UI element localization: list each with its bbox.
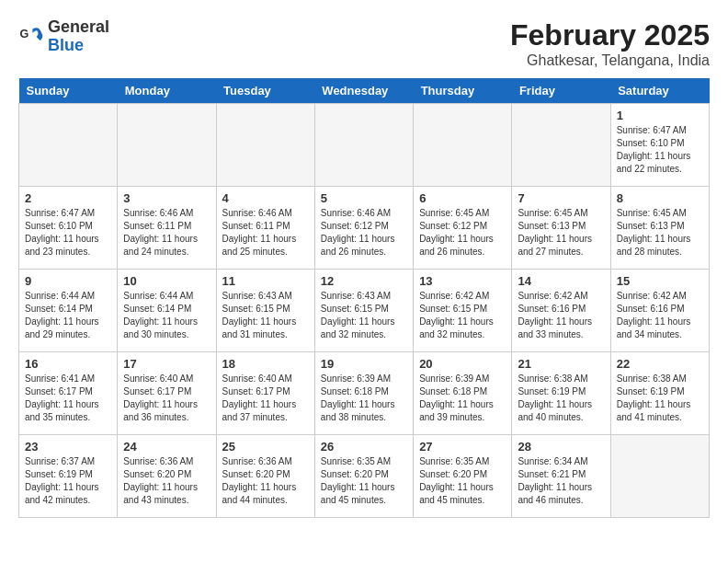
- cell-info: Sunrise: 6:43 AM Sunset: 6:15 PM Dayligh…: [321, 290, 407, 341]
- cell-info: Sunrise: 6:46 AM Sunset: 6:11 PM Dayligh…: [123, 207, 210, 259]
- calendar-week-1: 1 Sunrise: 6:47 AM Sunset: 6:10 PM Dayli…: [19, 104, 710, 187]
- day-number: 23: [25, 440, 111, 454]
- day-number: 1: [617, 109, 703, 122]
- cell-info: Sunrise: 6:47 AM Sunset: 6:10 PM Dayligh…: [617, 124, 703, 176]
- day-number: 10: [123, 274, 210, 288]
- column-header-wednesday: Wednesday: [314, 78, 413, 104]
- calendar-cell: 14 Sunrise: 6:42 AM Sunset: 6:16 PM Dayl…: [512, 270, 610, 352]
- day-number: 3: [123, 191, 210, 205]
- day-number: 4: [222, 191, 309, 205]
- day-number: 9: [25, 274, 111, 288]
- calendar-table: SundayMondayTuesdayWednesdayThursdayFrid…: [18, 78, 710, 518]
- calendar-cell: 16 Sunrise: 6:41 AM Sunset: 6:17 PM Dayl…: [19, 352, 118, 435]
- cell-info: Sunrise: 6:36 AM Sunset: 6:20 PM Dayligh…: [222, 455, 309, 507]
- cell-info: Sunrise: 6:45 AM Sunset: 6:13 PM Dayligh…: [518, 207, 604, 259]
- calendar-cell: 25 Sunrise: 6:36 AM Sunset: 6:20 PM Dayl…: [216, 435, 314, 518]
- month-title: February 2025: [510, 18, 710, 52]
- page-header: G General Blue February 2025 Ghatkesar, …: [18, 18, 710, 69]
- calendar-cell: 9 Sunrise: 6:44 AM Sunset: 6:14 PM Dayli…: [19, 270, 118, 352]
- day-number: 26: [321, 440, 407, 454]
- day-number: 18: [222, 357, 309, 371]
- calendar-week-5: 23 Sunrise: 6:37 AM Sunset: 6:19 PM Dayl…: [19, 435, 710, 518]
- calendar-cell: 28 Sunrise: 6:34 AM Sunset: 6:21 PM Dayl…: [512, 435, 610, 518]
- cell-info: Sunrise: 6:38 AM Sunset: 6:19 PM Dayligh…: [617, 373, 703, 424]
- day-number: 2: [25, 191, 111, 205]
- cell-info: Sunrise: 6:42 AM Sunset: 6:15 PM Dayligh…: [419, 290, 506, 341]
- calendar-cell: 23 Sunrise: 6:37 AM Sunset: 6:19 PM Dayl…: [19, 435, 118, 518]
- calendar-cell: 3 Sunrise: 6:46 AM Sunset: 6:11 PM Dayli…: [118, 187, 216, 270]
- column-header-tuesday: Tuesday: [216, 78, 314, 104]
- day-number: 5: [321, 191, 407, 205]
- calendar-cell: [19, 104, 118, 187]
- calendar-cell: 10 Sunrise: 6:44 AM Sunset: 6:14 PM Dayl…: [118, 270, 216, 352]
- calendar-cell: [512, 104, 610, 187]
- calendar-cell: 5 Sunrise: 6:46 AM Sunset: 6:12 PM Dayli…: [314, 187, 413, 270]
- cell-info: Sunrise: 6:46 AM Sunset: 6:11 PM Dayligh…: [222, 207, 309, 259]
- day-number: 13: [419, 274, 506, 288]
- calendar-cell: 4 Sunrise: 6:46 AM Sunset: 6:11 PM Dayli…: [216, 187, 314, 270]
- svg-text:G: G: [19, 28, 28, 40]
- calendar-cell: 27 Sunrise: 6:35 AM Sunset: 6:20 PM Dayl…: [414, 435, 512, 518]
- day-number: 28: [518, 440, 604, 454]
- day-number: 22: [617, 357, 703, 371]
- calendar-cell: 26 Sunrise: 6:35 AM Sunset: 6:20 PM Dayl…: [314, 435, 413, 518]
- calendar-cell: 1 Sunrise: 6:47 AM Sunset: 6:10 PM Dayli…: [610, 104, 709, 187]
- calendar-cell: 12 Sunrise: 6:43 AM Sunset: 6:15 PM Dayl…: [314, 270, 413, 352]
- calendar-cell: 17 Sunrise: 6:40 AM Sunset: 6:17 PM Dayl…: [118, 352, 216, 435]
- calendar-cell: 7 Sunrise: 6:45 AM Sunset: 6:13 PM Dayli…: [512, 187, 610, 270]
- calendar-cell: 15 Sunrise: 6:42 AM Sunset: 6:16 PM Dayl…: [610, 270, 709, 352]
- cell-info: Sunrise: 6:39 AM Sunset: 6:18 PM Dayligh…: [321, 373, 407, 424]
- day-number: 12: [321, 274, 407, 288]
- calendar-cell: 24 Sunrise: 6:36 AM Sunset: 6:20 PM Dayl…: [118, 435, 216, 518]
- logo-icon: G: [18, 24, 44, 50]
- calendar-cell: 2 Sunrise: 6:47 AM Sunset: 6:10 PM Dayli…: [19, 187, 118, 270]
- column-header-monday: Monday: [118, 78, 216, 104]
- column-header-saturday: Saturday: [610, 78, 709, 104]
- cell-info: Sunrise: 6:42 AM Sunset: 6:16 PM Dayligh…: [518, 290, 604, 341]
- day-number: 14: [518, 274, 604, 288]
- cell-info: Sunrise: 6:44 AM Sunset: 6:14 PM Dayligh…: [123, 290, 210, 341]
- calendar-cell: 11 Sunrise: 6:43 AM Sunset: 6:15 PM Dayl…: [216, 270, 314, 352]
- cell-info: Sunrise: 6:44 AM Sunset: 6:14 PM Dayligh…: [25, 290, 111, 341]
- calendar-body: 1 Sunrise: 6:47 AM Sunset: 6:10 PM Dayli…: [19, 104, 710, 518]
- logo-line1: General: [48, 18, 109, 37]
- cell-info: Sunrise: 6:40 AM Sunset: 6:17 PM Dayligh…: [123, 373, 210, 424]
- calendar-cell: [610, 435, 709, 518]
- day-number: 7: [518, 191, 604, 205]
- calendar-week-4: 16 Sunrise: 6:41 AM Sunset: 6:17 PM Dayl…: [19, 352, 710, 435]
- cell-info: Sunrise: 6:35 AM Sunset: 6:20 PM Dayligh…: [321, 455, 407, 507]
- cell-info: Sunrise: 6:36 AM Sunset: 6:20 PM Dayligh…: [123, 455, 210, 507]
- calendar-cell: 18 Sunrise: 6:40 AM Sunset: 6:17 PM Dayl…: [216, 352, 314, 435]
- cell-info: Sunrise: 6:42 AM Sunset: 6:16 PM Dayligh…: [617, 290, 703, 341]
- day-number: 20: [419, 357, 506, 371]
- cell-info: Sunrise: 6:40 AM Sunset: 6:17 PM Dayligh…: [222, 373, 309, 424]
- location-title: Ghatkesar, Telangana, India: [510, 52, 710, 69]
- calendar-cell: 20 Sunrise: 6:39 AM Sunset: 6:18 PM Dayl…: [414, 352, 512, 435]
- calendar-week-2: 2 Sunrise: 6:47 AM Sunset: 6:10 PM Dayli…: [19, 187, 710, 270]
- day-number: 6: [419, 191, 506, 205]
- cell-info: Sunrise: 6:47 AM Sunset: 6:10 PM Dayligh…: [25, 207, 111, 259]
- day-number: 11: [222, 274, 309, 288]
- day-number: 16: [25, 357, 111, 371]
- day-number: 19: [321, 357, 407, 371]
- calendar-cell: 22 Sunrise: 6:38 AM Sunset: 6:19 PM Dayl…: [610, 352, 709, 435]
- day-number: 15: [617, 274, 703, 288]
- cell-info: Sunrise: 6:46 AM Sunset: 6:12 PM Dayligh…: [321, 207, 407, 259]
- cell-info: Sunrise: 6:35 AM Sunset: 6:20 PM Dayligh…: [419, 455, 506, 507]
- cell-info: Sunrise: 6:38 AM Sunset: 6:19 PM Dayligh…: [518, 373, 604, 424]
- day-number: 25: [222, 440, 309, 454]
- cell-info: Sunrise: 6:45 AM Sunset: 6:13 PM Dayligh…: [617, 207, 703, 259]
- column-header-thursday: Thursday: [414, 78, 512, 104]
- calendar-cell: [118, 104, 216, 187]
- title-area: February 2025 Ghatkesar, Telangana, Indi…: [510, 18, 710, 69]
- calendar-cell: 8 Sunrise: 6:45 AM Sunset: 6:13 PM Dayli…: [610, 187, 709, 270]
- day-number: 21: [518, 357, 604, 371]
- day-number: 17: [123, 357, 210, 371]
- calendar-cell: 6 Sunrise: 6:45 AM Sunset: 6:12 PM Dayli…: [414, 187, 512, 270]
- calendar-cell: 13 Sunrise: 6:42 AM Sunset: 6:15 PM Dayl…: [414, 270, 512, 352]
- calendar-cell: 21 Sunrise: 6:38 AM Sunset: 6:19 PM Dayl…: [512, 352, 610, 435]
- day-number: 24: [123, 440, 210, 454]
- calendar-header-row: SundayMondayTuesdayWednesdayThursdayFrid…: [19, 78, 710, 104]
- column-header-friday: Friday: [512, 78, 610, 104]
- cell-info: Sunrise: 6:43 AM Sunset: 6:15 PM Dayligh…: [222, 290, 309, 341]
